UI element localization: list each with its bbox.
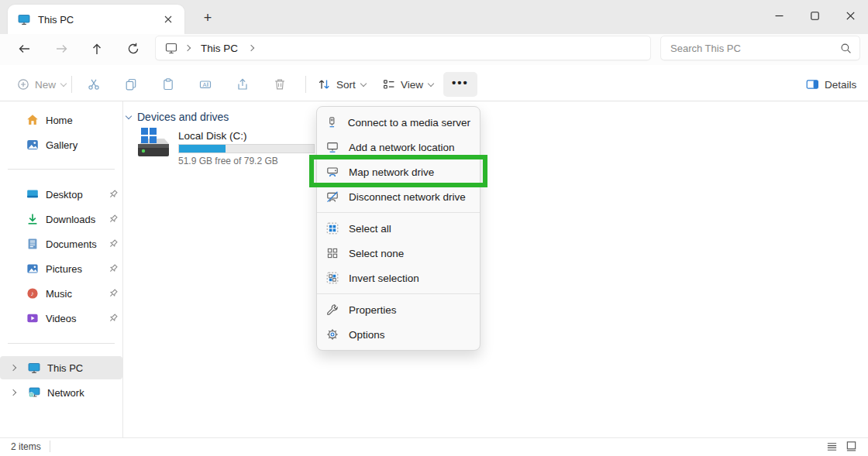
sidebar-item-desktop[interactable]: Desktop <box>0 183 122 206</box>
disk-usage-fill <box>179 145 226 153</box>
minimize-button[interactable] <box>761 0 797 31</box>
sort-button[interactable]: Sort <box>312 72 372 97</box>
music-icon: ♪ <box>26 287 39 300</box>
invert-selection-icon <box>326 272 339 284</box>
cut-button[interactable] <box>80 72 108 97</box>
menu-item-add-network-location[interactable]: Add a network location <box>317 135 480 159</box>
chevron-down-icon <box>428 80 434 86</box>
menu-item-label: Invert selection <box>349 273 419 284</box>
pin-icon <box>108 214 119 225</box>
menu-item-map-network-drive[interactable]: Map network drive <box>317 159 480 184</box>
chevron-down-icon <box>60 80 67 86</box>
menu-item-connect-media-server[interactable]: Connect to a media server <box>317 110 480 135</box>
videos-icon <box>26 312 39 324</box>
search-input[interactable] <box>670 43 840 54</box>
rename-button[interactable]: A <box>191 72 219 97</box>
sidebar-item-gallery[interactable]: Gallery <box>0 133 122 156</box>
select-none-icon <box>326 247 339 259</box>
up-button[interactable] <box>84 36 110 62</box>
drive-name[interactable]: Local Disk (C:) <box>178 130 247 142</box>
local-disk-icon <box>135 125 172 163</box>
new-button-label: New <box>35 79 56 91</box>
tab-this-pc[interactable]: This PC <box>8 5 184 34</box>
sidebar-item-label: Downloads <box>46 214 95 225</box>
close-button[interactable] <box>832 0 868 31</box>
menu-item-options[interactable]: Options <box>317 322 480 347</box>
menu-item-invert-selection[interactable]: Invert selection <box>317 266 480 290</box>
monitor-icon <box>165 42 177 54</box>
disk-usage-bar <box>178 144 315 153</box>
share-icon <box>236 78 249 91</box>
breadcrumb[interactable]: This PC <box>155 36 651 60</box>
svg-text:♪: ♪ <box>30 290 33 297</box>
tab-strip: This PC + <box>0 0 868 34</box>
this-pc-icon <box>28 362 40 374</box>
items-count: 2 items <box>11 441 41 452</box>
group-header-devices-and-drives[interactable]: Devices and drives <box>126 111 229 123</box>
new-tab-button[interactable]: + <box>197 8 219 28</box>
details-pane-icon <box>806 78 819 91</box>
breadcrumb-chevron-icon <box>248 45 254 51</box>
menu-separator <box>317 212 480 213</box>
toolbar-separator <box>71 76 72 93</box>
properties-icon <box>326 303 339 316</box>
menu-item-label: Options <box>349 329 385 341</box>
see-more-menu: Connect to a media server Add a network … <box>316 106 480 351</box>
details-view-icon[interactable] <box>826 441 838 452</box>
menu-item-properties[interactable]: Properties <box>317 297 480 322</box>
sidebar-divider <box>122 101 123 437</box>
menu-item-select-all[interactable]: Select all <box>317 216 480 241</box>
details-button[interactable]: Details <box>800 72 863 97</box>
sidebar-item-label: Network <box>47 387 84 399</box>
sidebar-item-pictures[interactable]: Pictures <box>0 257 122 280</box>
breadcrumb-item-this-pc[interactable]: This PC <box>198 41 241 56</box>
new-button[interactable]: New <box>11 72 72 97</box>
view-icon <box>383 78 395 91</box>
menu-item-label: Map network drive <box>349 166 434 178</box>
pin-icon <box>108 313 119 324</box>
back-button[interactable] <box>11 36 37 62</box>
thumbnails-view-icon[interactable] <box>846 441 857 452</box>
desktop-icon <box>26 188 39 201</box>
status-separator <box>50 441 50 452</box>
options-icon <box>326 328 339 341</box>
network-icon <box>28 386 40 399</box>
sidebar-item-this-pc[interactable]: This PC <box>0 356 122 379</box>
copy-button[interactable] <box>117 72 145 97</box>
expand-chevron-icon[interactable] <box>10 365 16 371</box>
paste-button[interactable] <box>154 72 182 97</box>
menu-item-disconnect-network-drive[interactable]: Disconnect network drive <box>317 184 480 209</box>
sidebar-item-label: Home <box>46 115 73 126</box>
sidebar-item-videos[interactable]: Videos <box>0 307 122 330</box>
delete-button[interactable] <box>266 72 294 97</box>
tab-close-icon[interactable] <box>160 11 177 28</box>
refresh-button[interactable] <box>120 36 146 62</box>
maximize-button[interactable] <box>797 0 832 31</box>
view-button[interactable]: View <box>377 72 439 97</box>
select-all-icon <box>326 222 339 235</box>
search-box[interactable] <box>660 36 860 60</box>
menu-item-label: Properties <box>349 304 397 316</box>
share-button[interactable] <box>229 72 257 97</box>
sidebar-item-label: Documents <box>46 238 97 250</box>
collapse-chevron-icon[interactable] <box>126 112 132 118</box>
breadcrumb-chevron-icon <box>184 45 191 51</box>
home-icon <box>26 114 39 126</box>
sidebar-item-label: Desktop <box>46 189 83 201</box>
forward-button[interactable] <box>48 36 74 62</box>
this-pc-icon <box>18 13 30 26</box>
sidebar-item-network[interactable]: Network <box>0 381 122 404</box>
see-more-button[interactable]: ••• <box>443 72 477 97</box>
documents-icon <box>26 238 39 250</box>
group-header-label: Devices and drives <box>137 111 229 123</box>
expand-chevron-icon[interactable] <box>10 389 16 396</box>
pin-icon <box>108 238 119 249</box>
menu-item-label: Select none <box>349 248 404 259</box>
menu-item-select-none[interactable]: Select none <box>317 241 480 266</box>
sidebar-item-downloads[interactable]: Downloads <box>0 207 122 231</box>
sidebar-item-home[interactable]: Home <box>0 108 122 132</box>
sidebar-item-music[interactable]: ♪ Music <box>0 282 122 305</box>
sidebar-item-documents[interactable]: Documents <box>0 232 122 255</box>
ellipsis-icon: ••• <box>452 76 469 89</box>
chevron-down-icon <box>360 80 367 86</box>
